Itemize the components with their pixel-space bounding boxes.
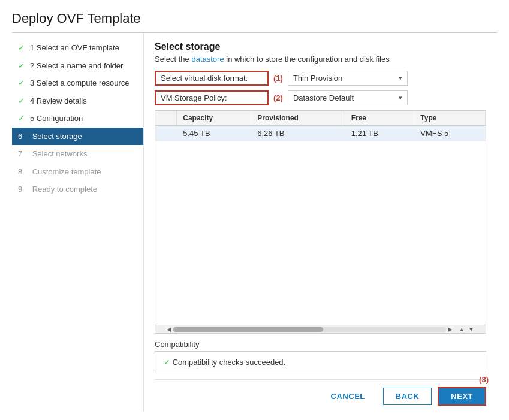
check-icon-2: ✓ [18,60,26,72]
disk-format-arrow-icon: ▾ [399,74,402,82]
sidebar-item-step2: ✓ 2 Select a name and folder [12,57,143,75]
sidebar-label-5: 5 [30,113,34,125]
cell-capacity: 5.45 TB [177,126,251,141]
sidebar-label-text-8: Customize template [32,166,101,178]
table-header-row: Capacity Provisioned Free Type [155,111,486,126]
compat-check-icon: ✓ [164,358,170,367]
sidebar-label-2: 2 [30,60,34,72]
sidebar-item-step8: 8 Customize template [12,163,143,181]
sidebar: ✓ 1 Select an OVF template ✓ 2 Select a … [12,33,144,412]
scrollbar-thumb[interactable] [173,327,323,332]
disk-format-row: Select virtual disk format: (1) Thin Pro… [155,71,486,86]
col-free: Free [345,111,414,126]
configuration-link[interactable]: datastore [191,55,224,64]
check-icon-5: ✓ [18,113,26,125]
sidebar-label-text-4: Review details [37,95,87,107]
col-provisioned: Provisioned [251,111,345,126]
next-button-wrapper: (3) NEXT [438,387,486,406]
col-name [155,111,177,126]
col-capacity: Capacity [177,111,251,126]
sidebar-item-step7: 7 Select networks [12,145,143,163]
sidebar-item-step1: ✓ 1 Select an OVF template [12,39,143,57]
storage-policy-value: Datastore Default [293,93,394,102]
panel-title: Select storage [155,41,486,52]
sidebar-item-step4: ✓ 4 Review details [12,92,143,110]
table-row[interactable]: 5.45 TB 6.26 TB 1.21 TB VMFS 5 [155,126,486,141]
col-type: Type [414,111,486,126]
sidebar-label-text-5: Configuration [37,113,83,125]
storage-policy-annotation: (2) [273,93,283,102]
compat-message: Compatibility checks succeeded. [173,358,286,367]
step-num-7: 7 [18,148,26,160]
sidebar-label-1: 1 [30,42,34,54]
step-num-6: 6 [18,131,26,143]
scroll-up-icon[interactable]: ▲ [457,326,466,333]
step-num-8: 8 [18,166,26,178]
scroll-right-icon[interactable]: ▶ [446,326,454,333]
sidebar-label-3: 3 [30,77,34,89]
storage-table: Capacity Provisioned Free Type 5.45 TB 6… [155,111,486,141]
compatibility-section: Compatibility ✓ Compatibility checks suc… [155,340,486,373]
storage-policy-arrow-icon: ▾ [399,94,402,102]
sidebar-item-step6[interactable]: 6 Select storage [12,128,143,146]
check-icon-3: ✓ [18,77,26,89]
sidebar-label-4: 4 [30,95,34,107]
table-empty-space [155,141,486,325]
cell-free: 1.21 TB [345,126,414,141]
sidebar-label-text-1: Select an OVF template [37,42,119,54]
sidebar-item-step3: ✓ 3 Select a compute resource [12,74,143,92]
scrollbar-track[interactable] [173,327,446,332]
horizontal-scrollbar[interactable]: ◀ ▶ ▲ ▼ [155,325,486,333]
sidebar-label-text-7: Select networks [32,148,88,160]
disk-format-select[interactable]: Thin Provision ▾ [288,71,408,86]
compatibility-label: Compatibility [155,340,486,349]
cell-name [155,126,177,141]
back-button[interactable]: BACK [383,388,432,405]
next-button[interactable]: NEXT [438,387,486,406]
sidebar-label-text-3: Select a compute resource [37,77,129,89]
check-icon-1: ✓ [18,42,26,54]
sidebar-item-step5: ✓ 5 Configuration [12,110,143,128]
sidebar-label-text-6: Select storage [32,131,82,143]
storage-policy-label: VM Storage Policy: [155,90,269,105]
disk-format-annotation: (1) [273,74,283,83]
cell-provisioned: 6.26 TB [251,126,345,141]
right-panel: Select storage Select the datastore in w… [144,33,497,412]
sidebar-item-step9: 9 Ready to complete [12,180,143,198]
compatibility-box: ✓ Compatibility checks succeeded. [155,351,486,373]
step-num-9: 9 [18,183,26,195]
cell-type: VMFS 5 [414,126,486,141]
footer: CANCEL BACK (3) NEXT [155,379,486,406]
sidebar-label-text-2: Select a name and folder [37,60,124,72]
page-title: Deploy OVF Template [12,11,497,26]
check-icon-4: ✓ [18,95,26,107]
disk-format-label: Select virtual disk format: [155,71,269,86]
storage-policy-select[interactable]: Datastore Default ▾ [288,90,408,105]
next-annotation: (3) [479,375,489,384]
storage-policy-row: VM Storage Policy: (2) Datastore Default… [155,90,486,105]
scroll-down-icon[interactable]: ▼ [466,326,476,333]
scroll-left-icon[interactable]: ◀ [165,326,173,333]
cancel-button[interactable]: CANCEL [319,388,377,404]
disk-format-value: Thin Provision [293,74,394,83]
storage-table-container: Capacity Provisioned Free Type 5.45 TB 6… [155,110,486,334]
sidebar-label-text-9: Ready to complete [32,183,97,195]
panel-subtitle: Select the datastore in which to store t… [155,55,486,64]
